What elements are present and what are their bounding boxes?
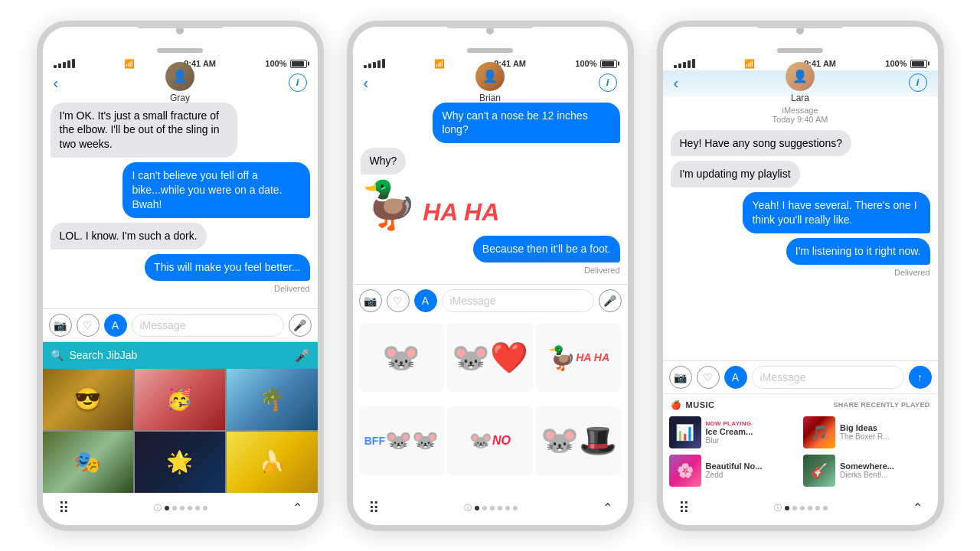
music-share-label[interactable]: SHARE RECENTLY PLAYED	[834, 401, 930, 409]
mic-icon-2[interactable]: 🎤	[599, 289, 622, 312]
camera-icon-3[interactable]: 📷	[669, 366, 692, 389]
message-bubble: Why?	[361, 148, 407, 174]
timestamp-label: iMessageToday 9:40 AM	[671, 106, 930, 124]
sticker-cell[interactable]: 🦆 HA HA	[536, 323, 622, 392]
message-input-2[interactable]: iMessage	[442, 289, 594, 312]
music-title: 🍎 MUSIC	[671, 400, 715, 410]
song-title-4: Somewhere...	[840, 461, 932, 471]
front-camera-2	[486, 27, 494, 34]
sticker-cell[interactable]: 🐭🎩	[536, 406, 622, 475]
message-bubble: Why can't a nose be 12 inches long?	[433, 103, 619, 144]
artist-name-3: Zedd	[706, 471, 798, 479]
sticker-cell[interactable]: 🐭❤️	[447, 323, 533, 392]
bottom-toolbar-3: ⠿ ⓘ ⌃	[663, 493, 938, 525]
apps-icon-1[interactable]: A	[104, 314, 127, 337]
jibjab-search-bar[interactable]: 🔍 Search JibJab 🎤	[43, 342, 318, 369]
jibjab-panel: 🔍 Search JibJab 🎤 😎 🥳 🌴 🎭	[43, 341, 318, 493]
dot-active	[165, 506, 169, 510]
jibjab-cell[interactable]: 🎭	[43, 432, 133, 493]
info-button-2[interactable]: i	[599, 73, 617, 92]
chevron-up-icon-3[interactable]: ⌃	[913, 500, 923, 515]
grid-icon-2[interactable]: ⠿	[368, 499, 380, 517]
music-info-4: Somewhere... Dierks Bentl...	[840, 461, 932, 479]
jibjab-mic-icon[interactable]: 🎤	[295, 348, 310, 363]
message-bubble: Yeah! I have several. There's one I thin…	[743, 192, 929, 233]
camera-icon-1[interactable]: 📷	[49, 314, 72, 337]
dot	[823, 506, 828, 510]
message-bubble: I'm updating my playlist	[671, 161, 800, 187]
message-bubble: Because then it'll be a foot.	[473, 236, 620, 262]
input-placeholder-3: iMessage	[760, 371, 806, 383]
apps-icon-3[interactable]: A	[724, 366, 747, 389]
contact-header-3[interactable]: 👤 Lara	[786, 62, 815, 103]
contact-header-1[interactable]: 👤 Gray	[165, 62, 194, 103]
sticker-area: 🐭 🐭❤️ 🦆 HA HA BFF 🐭🐭 🐭 NO 🐭🎩	[353, 317, 628, 493]
apps-icon-2[interactable]: A	[414, 289, 437, 312]
phone-3: 📶 9:41 AM 100% ‹ 👤 Lara i iMessageToday …	[657, 21, 944, 531]
dot	[203, 506, 207, 510]
chevron-up-icon-1[interactable]: ⌃	[292, 500, 302, 515]
message-bubble: Hey! Have any song suggestions?	[671, 130, 851, 157]
contact-header-2[interactable]: 👤 Brian	[475, 62, 505, 103]
artist-name-2: The Boxer R...	[840, 432, 932, 441]
back-button-2[interactable]: ‹	[364, 75, 369, 90]
album-art-3: 🌸	[669, 455, 701, 487]
heartbeat-icon-3[interactable]: ♡	[697, 366, 720, 389]
camera-icon-2[interactable]: 📷	[359, 289, 382, 312]
dot	[498, 506, 502, 510]
apple-logo-icon: 🍎	[671, 400, 682, 409]
sticker-cell[interactable]: 🐭 NO	[447, 406, 533, 475]
heartbeat-icon-1[interactable]: ♡	[77, 314, 100, 337]
music-item[interactable]: 🎸 Somewhere... Dierks Bentl...	[803, 455, 932, 487]
sticker-cell[interactable]: BFF 🐭🐭	[359, 406, 445, 475]
contact-name-3: Lara	[791, 93, 809, 103]
page-dots-1: ⓘ	[154, 503, 207, 514]
messages-list-1: I'm OK. It's just a small fracture of th…	[43, 96, 318, 308]
mic-icon-1[interactable]: 🎤	[289, 314, 312, 337]
back-button-3[interactable]: ‹	[674, 75, 679, 90]
jibjab-cell[interactable]: 🌟	[135, 432, 225, 493]
now-playing-badge-1: NOW PLAYING	[706, 420, 798, 427]
signal-icon	[54, 59, 75, 68]
status-right-1: 100%	[265, 59, 306, 68]
contact-name-1: Gray	[170, 93, 190, 103]
message-input-3[interactable]: iMessage	[752, 366, 904, 389]
sticker-cell[interactable]: 🐭	[359, 323, 445, 392]
jibjab-search-input[interactable]: Search JibJab	[70, 349, 289, 361]
song-title-1: Ice Cream...	[706, 427, 798, 436]
album-art-2: 🎵	[803, 416, 835, 448]
sticker-gif: 🦆 HA HA	[361, 182, 500, 228]
jibjab-cell[interactable]: 🍌	[227, 432, 317, 493]
contact-name-2: Brian	[479, 93, 501, 103]
input-placeholder-2: iMessage	[450, 295, 496, 307]
message-input-1[interactable]: iMessage	[132, 314, 284, 337]
input-bar-1: 📷 ♡ A iMessage 🎤	[43, 308, 318, 341]
front-camera-1	[176, 27, 184, 34]
message-bubble: LOL. I know. I'm such a dork.	[51, 223, 207, 249]
artist-name-1: Blur	[706, 436, 798, 445]
send-button-3[interactable]: ↑	[909, 366, 932, 389]
jibjab-cell[interactable]: 🌴	[227, 369, 317, 430]
dot	[490, 506, 495, 510]
back-button-1[interactable]: ‹	[54, 75, 59, 90]
battery-icon-1	[290, 60, 307, 68]
info-button-3[interactable]: i	[909, 73, 927, 92]
jibjab-cell[interactable]: 🥳	[135, 369, 225, 430]
music-item[interactable]: 🌸 Beautiful No... Zedd	[669, 455, 798, 487]
grid-icon-1[interactable]: ⠿	[58, 499, 70, 517]
phone-1: 📶 9:41 AM 100% ‹ 👤 Gray i I'm OK. It's j…	[37, 21, 324, 531]
chevron-up-icon-2[interactable]: ⌃	[603, 500, 612, 515]
music-item[interactable]: 📊 NOW PLAYING Ice Cream... Blur	[669, 416, 798, 448]
dot-active	[475, 506, 479, 510]
grid-icon-3[interactable]: ⠿	[678, 499, 690, 517]
info-button-1[interactable]: i	[289, 73, 307, 92]
signal-icon-3	[674, 59, 695, 68]
heartbeat-icon-2[interactable]: ♡	[387, 289, 410, 312]
chevron-left-icon-3: ‹	[674, 75, 679, 90]
phone-2: 📶 9:41 AM 100% ‹ 👤 Brian i Why can't a n…	[347, 21, 634, 531]
delivered-label-3: Delivered	[894, 268, 929, 277]
delivered-label-1: Delivered	[274, 284, 309, 293]
music-item[interactable]: 🎵 Big Ideas The Boxer R...	[803, 416, 932, 448]
jibjab-cell[interactable]: 😎	[43, 369, 133, 430]
nav-bar-3: ‹ 👤 Lara i	[663, 70, 938, 96]
